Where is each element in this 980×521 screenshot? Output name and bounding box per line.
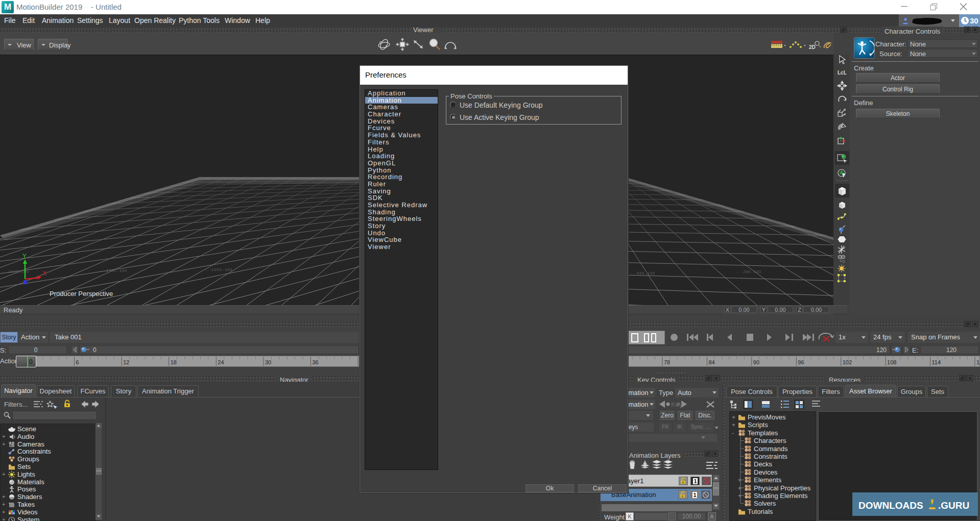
svg-text:2D: 2D bbox=[809, 44, 816, 50]
svg-text:30: 30 bbox=[265, 359, 271, 365]
svg-text:108: 108 bbox=[887, 359, 896, 365]
svg-text:120: 120 bbox=[976, 359, 980, 365]
svg-text:36: 36 bbox=[313, 359, 319, 365]
svg-text:18: 18 bbox=[171, 359, 177, 365]
svg-text:X: X bbox=[42, 270, 46, 277]
svg-text:24: 24 bbox=[218, 359, 224, 365]
svg-text:114: 114 bbox=[932, 359, 941, 365]
svg-text:6: 6 bbox=[76, 359, 79, 365]
svg-text:84: 84 bbox=[708, 359, 714, 365]
svg-text:Y: Y bbox=[22, 253, 27, 260]
svg-text:90: 90 bbox=[753, 359, 759, 365]
svg-text:102: 102 bbox=[843, 359, 852, 365]
svg-text:LcL: LcL bbox=[838, 70, 847, 76]
svg-text:78: 78 bbox=[664, 359, 670, 365]
svg-text:12: 12 bbox=[123, 359, 129, 365]
svg-text:96: 96 bbox=[798, 359, 804, 365]
